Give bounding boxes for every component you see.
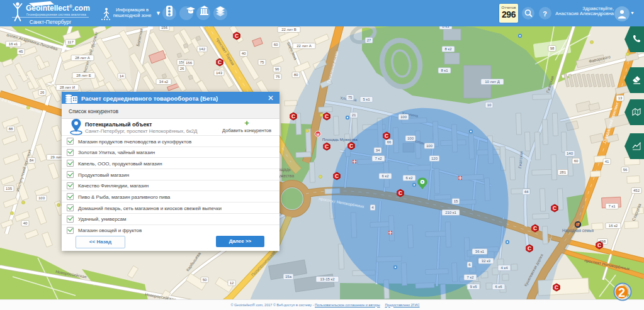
svg-text:C: C [218, 59, 222, 65]
svg-text:26: 26 [180, 67, 184, 70]
svg-text:140: 140 [567, 152, 573, 155]
svg-text:13: 13 [618, 96, 623, 100]
svg-text:C: C [349, 143, 353, 149]
svg-text:41: 41 [605, 160, 609, 163]
svg-text:143: 143 [216, 71, 223, 75]
svg-text:28 лит И: 28 лит И [60, 86, 75, 89]
svg-text:C: C [533, 225, 537, 231]
svg-text:66: 66 [387, 140, 392, 144]
svg-text:100: 100 [407, 136, 414, 140]
svg-text:12: 12 [230, 281, 234, 285]
svg-text:15: 15 [454, 199, 458, 203]
svg-text:96: 96 [275, 67, 280, 71]
svg-text:C: C [335, 173, 339, 179]
svg-text:60: 60 [274, 43, 278, 47]
svg-text:15а: 15а [285, 275, 292, 279]
svg-text:28 лит А: 28 лит А [75, 56, 90, 60]
svg-text:8 к1: 8 к1 [441, 69, 449, 72]
svg-text:210 к1: 210 к1 [445, 211, 456, 214]
svg-text:16 к1: 16 к1 [9, 42, 18, 46]
svg-text:2: 2 [618, 285, 625, 299]
svg-text:Народная семья: Народная семья [562, 228, 594, 233]
svg-text:7 к1: 7 к1 [609, 204, 616, 208]
svg-text:C: C [553, 205, 556, 211]
svg-text:34: 34 [376, 148, 380, 152]
svg-text:7 к2: 7 к2 [467, 275, 475, 279]
svg-text:34 к2: 34 к2 [159, 80, 169, 84]
svg-text:28 лит Е: 28 лит Е [76, 74, 91, 77]
svg-text:75: 75 [276, 75, 280, 79]
svg-text:22 лит В: 22 лит В [281, 28, 297, 31]
svg-text:56: 56 [623, 168, 628, 172]
svg-text:142: 142 [199, 47, 206, 51]
svg-text:22 лит А: 22 лит А [297, 44, 312, 48]
svg-text:45: 45 [19, 50, 23, 53]
svg-text:5 к1: 5 к1 [363, 97, 371, 101]
svg-text:?: ? [543, 10, 547, 18]
svg-text:44: 44 [524, 190, 529, 194]
svg-text:6 к2: 6 к2 [382, 174, 390, 178]
svg-text:М: М [317, 133, 320, 136]
svg-text:32 к3: 32 к3 [482, 259, 491, 263]
svg-text:75: 75 [260, 60, 264, 64]
svg-text:4 к4: 4 к4 [501, 266, 509, 270]
svg-text:103: 103 [38, 196, 45, 200]
svg-text:80: 80 [294, 73, 298, 77]
svg-text:C: C [235, 33, 239, 39]
svg-text:16 к2: 16 к2 [609, 224, 618, 228]
svg-text:9 к5: 9 к5 [470, 285, 478, 289]
svg-text:Площадь Мужества: Площадь Мужества [322, 138, 358, 141]
svg-text:C: C [597, 242, 601, 248]
svg-text:26: 26 [40, 91, 45, 94]
svg-text:84: 84 [30, 158, 34, 162]
svg-text:C: C [325, 143, 329, 150]
svg-text:135: 135 [6, 187, 13, 191]
svg-text:C: C [385, 133, 388, 139]
svg-text:100: 100 [426, 144, 433, 148]
svg-text:27: 27 [367, 38, 371, 42]
svg-text:60: 60 [574, 159, 579, 163]
svg-text:7 к2: 7 к2 [375, 157, 383, 160]
svg-text:6 к6: 6 к6 [495, 285, 503, 289]
svg-text:14: 14 [120, 74, 124, 78]
svg-text:98: 98 [550, 47, 555, 50]
svg-text:281: 281 [560, 170, 567, 174]
svg-text:156: 156 [186, 61, 193, 65]
svg-text:40: 40 [23, 221, 28, 225]
svg-text:C: C [291, 113, 295, 119]
svg-text:10: 10 [487, 103, 492, 107]
svg-text:50: 50 [203, 278, 207, 282]
svg-text:117: 117 [67, 40, 74, 44]
svg-text:40: 40 [242, 52, 246, 55]
svg-text:100: 100 [400, 115, 407, 119]
svg-text:88: 88 [9, 127, 13, 131]
svg-text:C: C [528, 245, 531, 252]
svg-text:C: C [325, 113, 329, 119]
svg-text:6 к2: 6 к2 [406, 176, 414, 180]
svg-text:156: 156 [161, 26, 168, 30]
svg-text:120: 120 [431, 157, 438, 160]
svg-text:75: 75 [348, 96, 353, 99]
svg-text:C: C [398, 190, 402, 196]
svg-text:C: C [555, 284, 558, 291]
svg-text:10 лит Д: 10 лит Д [485, 80, 500, 84]
svg-text:8 к2: 8 к2 [445, 47, 453, 51]
svg-text:21: 21 [352, 113, 356, 117]
svg-text:36 к1: 36 к1 [475, 250, 485, 253]
svg-text:452: 452 [633, 189, 640, 192]
svg-text:13-15 к2: 13-15 к2 [320, 277, 336, 281]
